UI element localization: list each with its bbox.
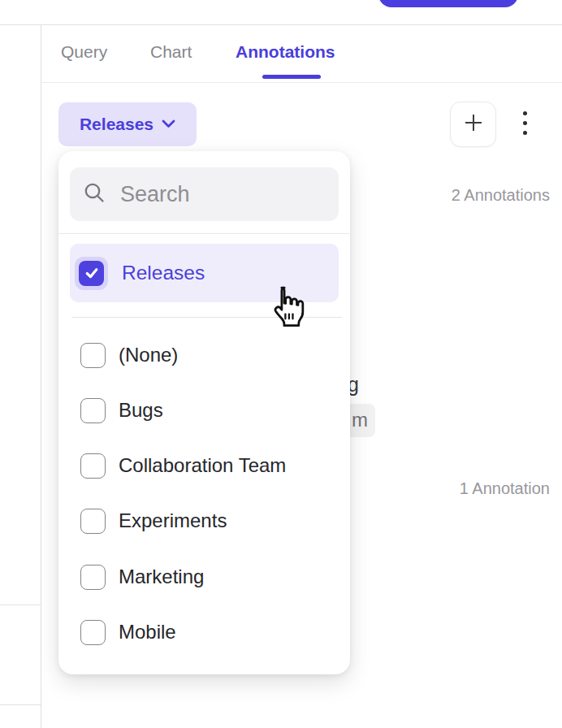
annotation-filter-dropdown-button[interactable]: Releases — [58, 102, 197, 146]
checkbox-unchecked[interactable] — [80, 565, 106, 590]
add-annotation-button[interactable] — [450, 102, 496, 147]
option-label: Bugs — [119, 399, 163, 422]
dropdown-search[interactable] — [70, 167, 339, 221]
checkbox-unchecked[interactable] — [80, 620, 106, 645]
active-tab-indicator — [262, 75, 321, 79]
tab-query[interactable]: Query — [61, 42, 107, 62]
dropdown-divider — [58, 233, 350, 234]
tab-chart[interactable]: Chart — [150, 42, 192, 62]
header-divider — [0, 24, 562, 25]
option-label: Marketing — [119, 566, 204, 588]
annotation-count-bottom: 1 Annotation — [460, 479, 550, 498]
annotations-screen: Query Chart Annotations Releases 2 Annot… — [0, 0, 562, 728]
chevron-down-icon — [162, 117, 175, 132]
tab-annotations[interactable]: Annotations — [236, 42, 335, 62]
sidebar-border — [41, 25, 41, 728]
checkbox-unchecked[interactable] — [80, 343, 106, 368]
checkbox-checked[interactable] — [79, 261, 104, 286]
tabbar-divider — [41, 82, 562, 83]
option-collaboration-team[interactable]: Collaboration Team — [80, 448, 339, 483]
option-mobile[interactable]: Mobile — [80, 614, 339, 650]
filter-button-label: Releases — [80, 115, 153, 134]
checkbox-focus-ring — [75, 257, 108, 290]
checkbox-unchecked[interactable] — [80, 509, 106, 534]
sidebar-row-divider — [0, 604, 41, 605]
option-none[interactable]: (None) — [80, 337, 339, 373]
option-label: Releases — [122, 262, 205, 284]
kebab-dot — [523, 131, 527, 135]
checkbox-unchecked[interactable] — [80, 398, 106, 423]
option-marketing[interactable]: Marketing — [80, 559, 339, 595]
option-label: Experiments — [119, 509, 227, 532]
sidebar-row-divider — [0, 704, 41, 705]
dropdown-divider — [71, 317, 342, 318]
option-releases-selected[interactable]: Releases — [70, 244, 339, 302]
option-label: (None) — [119, 344, 178, 366]
option-experiments[interactable]: Experiments — [80, 503, 339, 539]
checkbox-unchecked[interactable] — [80, 453, 106, 479]
search-icon — [83, 181, 106, 207]
primary-action-button[interactable] — [378, 0, 518, 7]
option-label: Collaboration Team — [119, 454, 286, 477]
plus-icon — [462, 111, 485, 137]
kebab-dot — [523, 111, 527, 115]
kebab-dot — [523, 121, 527, 125]
annotation-count-top: 2 Annotations — [452, 186, 550, 205]
search-input[interactable] — [119, 181, 325, 208]
more-options-button[interactable] — [519, 111, 530, 135]
option-bugs[interactable]: Bugs — [80, 392, 339, 428]
option-label: Mobile — [119, 621, 176, 644]
filter-dropdown-panel: Releases (None) Bugs Collaboration Team … — [58, 151, 350, 674]
